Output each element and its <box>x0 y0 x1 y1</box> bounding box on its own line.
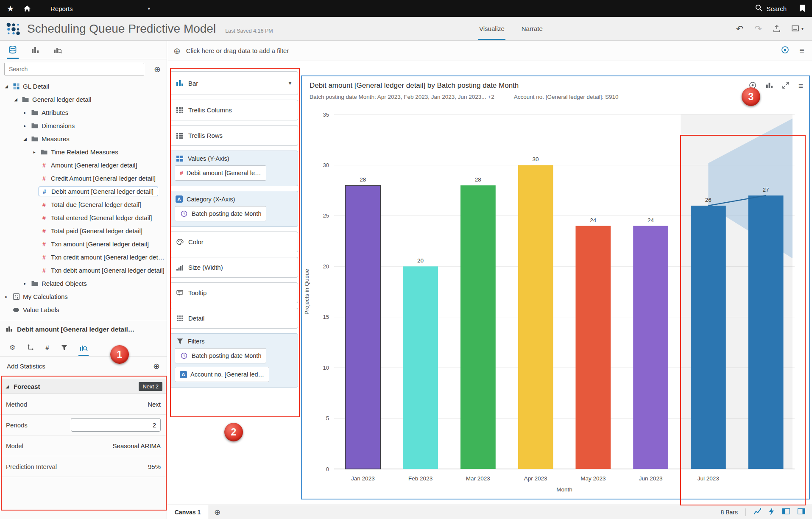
filter-bar-menu-icon[interactable]: ≡ <box>799 46 804 56</box>
calculations-icon <box>12 293 20 300</box>
number-format-icon[interactable]: # <box>45 339 50 356</box>
search-input[interactable] <box>4 63 144 75</box>
tree-item-label: GL Detail <box>23 83 49 90</box>
chart-type-icon[interactable] <box>766 82 773 90</box>
pin-filters-icon[interactable] <box>781 46 789 56</box>
search-icon <box>755 4 762 13</box>
tree-item[interactable]: ▸Attributes <box>0 106 167 119</box>
tree-item-label: Related Objects <box>42 280 87 287</box>
filter-prompt[interactable]: Click here or drag data to add a filter <box>186 47 289 54</box>
chart-menu-icon[interactable]: ≡ <box>798 81 803 91</box>
expand-toggle-icon[interactable]: ▸ <box>22 281 28 286</box>
tree-item[interactable]: #Txn amount [General ledger detail] <box>0 237 167 251</box>
chevron-down-icon: ▾ <box>148 6 151 11</box>
add-statistics-label: Add Statistics <box>7 363 45 370</box>
measure-icon: # <box>40 254 48 261</box>
svg-text:24: 24 <box>590 217 597 223</box>
tree-item[interactable]: #Total entered [General ledger detail] <box>0 211 167 224</box>
tree-item-label: Total paid [General ledger detail] <box>51 227 142 234</box>
expand-toggle-icon[interactable]: ▸ <box>3 294 9 299</box>
folder-icon <box>31 123 39 128</box>
export-icon[interactable] <box>773 25 781 33</box>
collapse-toggle-icon[interactable]: ◢ <box>13 97 19 102</box>
bookmark-icon[interactable] <box>799 5 805 12</box>
expand-toggle-icon[interactable]: ▸ <box>22 110 28 115</box>
svg-text:Projects in Queue: Projects in Queue <box>304 269 310 314</box>
page-title: Scheduling Queue Predictive Model <box>27 22 216 36</box>
present-mode-icon[interactable]: ▾ <box>792 25 804 32</box>
tree-item[interactable]: ▸Related Objects <box>0 277 167 290</box>
tree-item[interactable]: #Amount [General ledger detail] <box>0 159 167 172</box>
annotation-box-grammar-panel <box>170 68 300 417</box>
canvas-tab[interactable]: Canvas 1 <box>167 505 208 519</box>
global-search-button[interactable]: Search <box>755 4 787 13</box>
tab-analytics[interactable] <box>52 41 64 59</box>
tree-item-label: Value Labels <box>23 306 59 313</box>
tree-item-label: Measures <box>42 135 70 142</box>
tree-item[interactable]: #Total paid [General ledger detail] <box>0 224 167 237</box>
tab-visualize[interactable]: Visualize <box>478 17 505 40</box>
add-filter-plus-icon[interactable]: ⊕ <box>173 46 181 56</box>
tree-item[interactable]: #Debit amount [General ledger detail] <box>0 185 167 198</box>
tree-item[interactable]: ▸My Calculations <box>0 290 167 303</box>
expand-toggle-icon[interactable]: ▸ <box>31 150 37 154</box>
folder-icon <box>40 149 48 155</box>
tree-item-label: Txn debit amount [General ledger detail] <box>51 267 165 274</box>
general-settings-icon[interactable]: ⚙ <box>8 339 16 356</box>
favorites-star-icon[interactable]: ★ <box>7 4 14 14</box>
layout-left-icon[interactable] <box>782 508 790 516</box>
collapse-toggle-icon[interactable]: ◢ <box>3 84 9 89</box>
header-actions: ↶ ↷ ▾ <box>736 17 804 40</box>
search-label: Search <box>766 5 787 12</box>
annotation-step-1: 1 <box>110 345 129 364</box>
reports-nav-label: Reports <box>50 5 73 12</box>
auto-apply-icon[interactable] <box>769 508 775 517</box>
tree-item[interactable]: ◢Measures <box>0 132 167 145</box>
maximize-icon[interactable] <box>782 82 789 90</box>
tree-item[interactable]: Value Labels <box>0 303 167 316</box>
folder-icon <box>31 110 39 115</box>
chart-account-filter: Account no. [General ledger detail]: S91… <box>514 94 619 100</box>
svg-text:Mar 2023: Mar 2023 <box>466 475 490 482</box>
home-icon[interactable] <box>23 5 31 12</box>
svg-text:May 2023: May 2023 <box>580 475 606 482</box>
tree-item[interactable]: #Txn debit amount [General ledger detail… <box>0 264 167 277</box>
add-data-plus-icon[interactable]: ⊕ <box>154 64 161 74</box>
tab-visualizations[interactable] <box>30 41 41 59</box>
svg-text:35: 35 <box>323 112 329 118</box>
filter-funnel-icon[interactable] <box>60 339 68 356</box>
selected-tree-item[interactable]: #Debit amount [General ledger detail] <box>39 187 158 196</box>
tree-item[interactable]: ◢GL Detail <box>0 80 167 93</box>
tree-item[interactable]: #Txn credit amount [General ledger detai… <box>0 251 167 264</box>
svg-text:15: 15 <box>323 314 329 320</box>
svg-text:20: 20 <box>417 257 424 264</box>
svg-text:0: 0 <box>326 466 329 472</box>
tree-item[interactable]: ▸Dimensions <box>0 119 167 132</box>
reports-nav-dropdown[interactable]: Reports ▾ <box>50 5 150 12</box>
chart-title: Debit amount [General ledger detail] by … <box>310 81 519 90</box>
add-canvas-icon[interactable]: ⊕ <box>214 508 220 517</box>
svg-text:10: 10 <box>323 365 329 371</box>
tree-item-label: Amount [General ledger detail] <box>51 162 137 169</box>
tab-narrate[interactable]: Narrate <box>521 17 544 40</box>
add-statistics-plus-icon[interactable]: ⊕ <box>153 361 160 371</box>
tree-item[interactable]: ▸Time Related Measures <box>0 145 167 159</box>
analytics-tab-icon[interactable] <box>78 339 89 356</box>
axes-icon[interactable] <box>26 339 34 356</box>
layout-right-icon[interactable] <box>798 508 805 516</box>
tree-item-label: Credit Amount [General ledger detail] <box>51 175 156 182</box>
properties-icon-tabs: ⚙ # <box>0 339 167 357</box>
folder-icon <box>31 281 39 286</box>
expand-toggle-icon[interactable]: ▸ <box>22 123 28 128</box>
insights-icon[interactable] <box>753 508 761 516</box>
tab-data[interactable] <box>7 41 19 59</box>
tree-item[interactable]: #Total due [General ledger detail] <box>0 198 167 211</box>
annotation-box-forecast-settings <box>1 376 167 511</box>
collapse-toggle-icon[interactable]: ◢ <box>22 137 28 141</box>
undo-icon[interactable]: ↶ <box>736 24 744 34</box>
annotation-box-forecast-bars <box>680 135 806 505</box>
redo-icon[interactable]: ↷ <box>754 24 762 34</box>
tree-item[interactable]: #Credit Amount [General ledger detail] <box>0 172 167 185</box>
tree-item-label: Debit amount [General ledger detail] <box>51 188 153 195</box>
tree-item[interactable]: ◢General ledger detail <box>0 93 167 106</box>
